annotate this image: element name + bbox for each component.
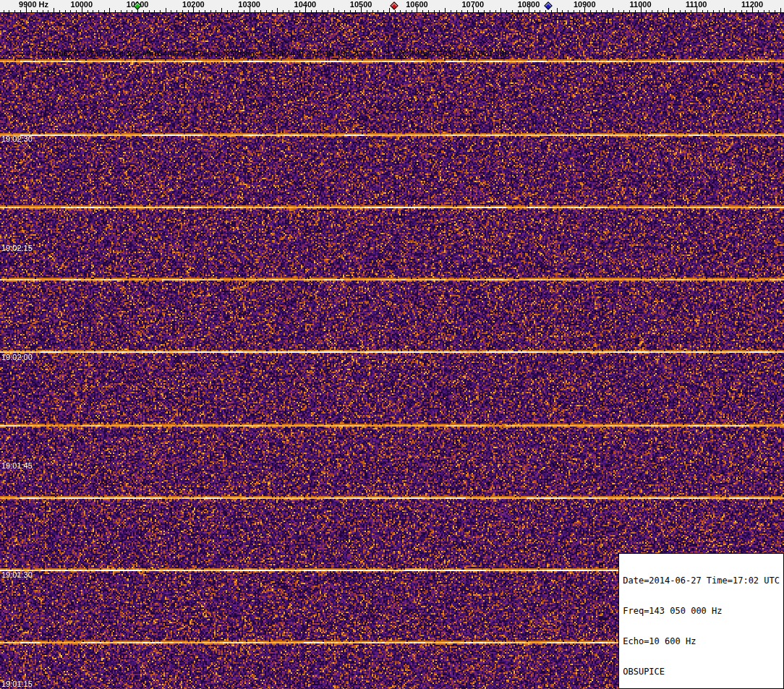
info-echo: Echo=10 600 Hz [623,636,780,646]
info-date-time: Date=2014-06-27 Time=17:02 UTC [623,575,780,586]
frequency-markers [0,0,784,13]
green-diamond-marker-icon[interactable] [133,1,141,9]
spectrum-lab-waterfall-page: { "colors": { "ruler_bg": "#f0f0f0", "ru… [0,0,784,689]
status-info-box: Date=2014-06-27 Time=17:02 UTC Freq=143 … [618,553,784,689]
blue-diamond-marker-icon[interactable] [544,1,552,9]
info-station: OBSUPICE [623,667,780,677]
info-frequency: Freq=143 050 000 Hz [623,606,780,616]
red-diamond-marker-icon[interactable] [390,1,398,9]
